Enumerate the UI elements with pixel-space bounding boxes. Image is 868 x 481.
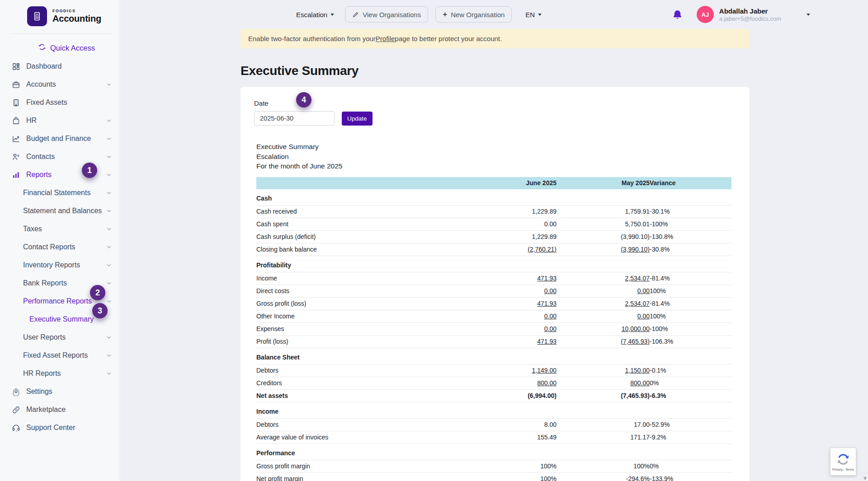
table-row: Debtors8.0017.00-52.9% <box>256 418 731 431</box>
may-value-cell: 0.00 <box>557 310 650 322</box>
table-section-row: Balance Sheet <box>256 348 731 364</box>
sidebar-item-settings[interactable]: Settings <box>0 383 122 401</box>
sidebar-item-hr[interactable]: HR <box>0 112 122 130</box>
chevron-down-icon <box>106 81 112 88</box>
june-value-cell: 471.93 <box>503 335 557 348</box>
may-value-link[interactable]: (7,465.93) <box>621 338 650 345</box>
june-value-link[interactable]: 0.00 <box>544 313 557 320</box>
may-value-link[interactable]: (3,990.10) <box>621 246 650 253</box>
table-section-name: Balance Sheet <box>256 348 731 364</box>
sidebar-item-financial-statements[interactable]: Financial Statements <box>0 184 122 202</box>
chevron-down-icon <box>106 370 112 377</box>
sidebar-item-support-center[interactable]: Support Center <box>0 419 122 437</box>
variance-value-cell: -100% <box>650 218 731 230</box>
contacts-icon <box>11 152 20 161</box>
table-row: Average value of invoices155.49171.17-9.… <box>256 431 731 444</box>
table-section-name: Income <box>256 402 731 418</box>
profile-link[interactable]: Profile <box>376 35 395 42</box>
sidebar-item-taxes[interactable]: Taxes <box>0 220 122 238</box>
app-logo[interactable]: FOODICS Accounting <box>0 6 122 26</box>
sidebar-item-inventory-reports[interactable]: Inventory Reports <box>0 256 122 274</box>
sidebar-item-fixed-asset-reports[interactable]: Fixed Asset Reports <box>0 346 122 364</box>
june-value-cell: 1,229.89 <box>503 205 557 218</box>
may-value-link[interactable]: 10,000.00 <box>622 325 650 332</box>
row-label: Cash spent <box>256 218 503 230</box>
sidebar-item-marketplace[interactable]: Marketplace <box>0 401 122 419</box>
sidebar-item-hr-reports[interactable]: HR Reports <box>0 364 122 383</box>
update-button[interactable]: Update <box>342 112 373 126</box>
may-value-link[interactable]: 0.00 <box>637 287 650 294</box>
sidebar-item-dashboard[interactable]: Dashboard <box>0 57 122 75</box>
may-value-link[interactable]: 0.00 <box>637 313 650 320</box>
june-value-cell: 155.49 <box>503 431 557 444</box>
table-section-name: Cash <box>256 189 731 205</box>
user-menu[interactable]: AJ Abdallah Jaber a.jaber+5@foodics.com <box>697 6 810 23</box>
view-organisations-button[interactable]: View Organisations <box>345 6 428 23</box>
sidebar-item-quick-access[interactable]: Quick Access <box>0 40 122 56</box>
app-root: FOODICS Accounting Quick Access Dashboar… <box>0 0 868 481</box>
sidebar-item-contacts[interactable]: Contacts <box>0 148 122 166</box>
june-value-link[interactable]: 471.93 <box>537 300 557 307</box>
row-label: Expenses <box>256 322 503 335</box>
row-label: Net assets <box>256 389 503 402</box>
scrollbar-down-arrow[interactable]: ▼ <box>863 476 867 481</box>
table-row: Gross profit margin100%100%0% <box>256 460 731 472</box>
june-value-link[interactable]: 800.00 <box>537 379 557 387</box>
new-organisation-button[interactable]: + New Organisation <box>435 6 512 23</box>
table-row: Direct costs0.000.00100% <box>256 285 731 297</box>
june-value-link[interactable]: 471.93 <box>537 338 557 345</box>
recaptcha-badge[interactable]: Privacy - Terms <box>830 448 856 476</box>
sidebar-item-reports[interactable]: Reports <box>0 166 122 184</box>
language-dropdown[interactable]: EN <box>525 11 542 19</box>
sidebar-item-label: Contact Reports <box>23 243 75 251</box>
table-row: Other Income0.000.00100% <box>256 310 731 322</box>
may-value-cell: 171.17 <box>557 431 650 444</box>
chevron-down-icon <box>106 226 112 232</box>
sidebar-item-contact-reports[interactable]: Contact Reports <box>0 238 122 256</box>
variance-value-cell: -30.1% <box>650 205 731 218</box>
organisation-dropdown-label: Escalation <box>296 11 327 19</box>
may-value-link[interactable]: 2,534.07 <box>625 275 650 282</box>
may-value-cell: (3,990.10) <box>557 243 650 256</box>
sidebar-divider <box>10 33 112 34</box>
chevron-down-icon <box>106 190 112 196</box>
headset-icon <box>11 423 20 432</box>
table-row: Income471.932,534.07-81.4% <box>256 272 731 285</box>
sidebar-item-budget-and-finance[interactable]: Budget and Finance <box>0 130 122 148</box>
may-value-cell: 17.00 <box>557 418 650 431</box>
topbar: Escalation View Organisations + New Orga… <box>122 0 868 29</box>
june-value-cell: 0.00 <box>503 310 557 322</box>
organisation-dropdown[interactable]: Escalation <box>296 11 334 19</box>
may-value-link[interactable]: 800.00 <box>630 379 650 387</box>
june-value-link[interactable]: 1,149.00 <box>532 367 557 374</box>
june-value-cell: 100% <box>503 460 557 472</box>
notifications-bell-icon[interactable] <box>672 9 683 20</box>
step-badge-3: 3 <box>92 303 108 318</box>
may-value-link[interactable]: 1,150.00 <box>625 367 650 374</box>
table-row: Debtors1,149.001,150.00-0.1% <box>256 364 731 377</box>
row-label: Cash received <box>256 205 503 218</box>
date-input[interactable] <box>254 111 335 126</box>
report-title: Executive Summary <box>256 142 736 152</box>
bar-chart-icon <box>11 170 20 179</box>
june-value-link[interactable]: 471.93 <box>537 275 557 282</box>
may-value-link[interactable]: 2,534.07 <box>625 300 650 307</box>
chevron-down-icon <box>106 135 112 142</box>
table-row: Cash received1,229.891,759.91-30.1% <box>256 205 731 218</box>
sidebar-item-label: Accounts <box>26 80 56 89</box>
sidebar-item-accounts[interactable]: Accounts <box>0 75 122 93</box>
recaptcha-privacy-terms[interactable]: Privacy - Terms <box>832 468 854 471</box>
sync-icon <box>38 43 46 53</box>
sidebar-item-fixed-assets[interactable]: Fixed Assets <box>0 93 122 112</box>
step-badge-1: 1 <box>82 163 97 178</box>
sidebar-item-statement-and-balances[interactable]: Statement and Balances <box>0 202 122 220</box>
table-section-name: Performance <box>256 444 731 460</box>
sidebar-item-user-reports[interactable]: User Reports <box>0 328 122 346</box>
variance-value-cell: -81.4% <box>650 297 731 310</box>
brand-product: Accounting <box>52 14 101 24</box>
june-value-link[interactable]: (2,760.21) <box>528 246 557 253</box>
june-value-link[interactable]: 0.00 <box>544 287 557 294</box>
variance-value-cell: -0.1% <box>650 364 731 377</box>
chevron-down-icon <box>106 172 112 178</box>
june-value-link[interactable]: 0.00 <box>544 325 557 332</box>
